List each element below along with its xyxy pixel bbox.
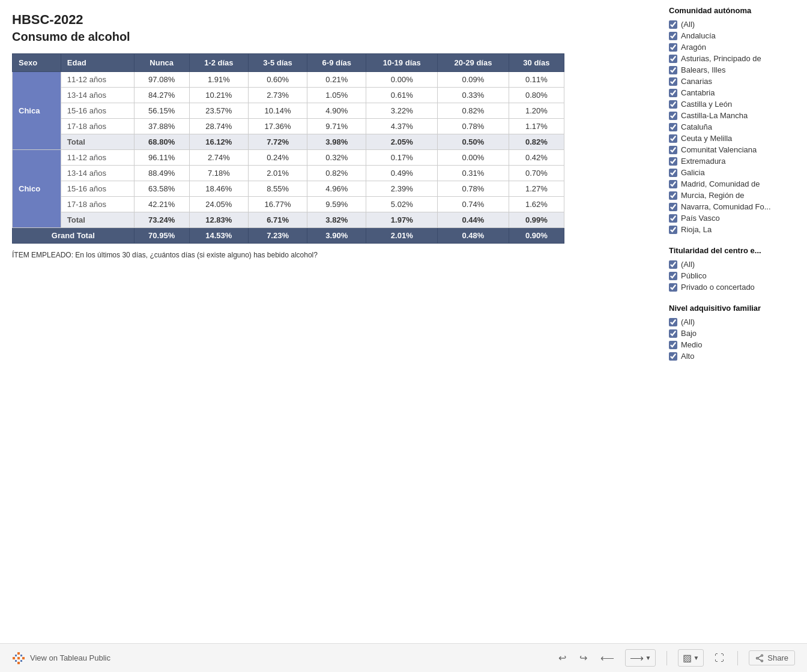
col-header-d12: 1-2 días	[189, 54, 248, 72]
data-cell-d35: 17.36%	[248, 119, 307, 134]
checkbox-input[interactable]	[669, 191, 677, 200]
checkbox-input[interactable]	[669, 260, 677, 269]
svg-rect-1	[17, 662, 20, 664]
checkbox-input[interactable]	[669, 318, 677, 326]
checkbox-item[interactable]: Castilla-La Mancha	[669, 111, 801, 120]
checkbox-input[interactable]	[669, 32, 677, 40]
checkbox-input[interactable]	[669, 214, 677, 223]
checkbox-item[interactable]: Balears, Illes	[669, 65, 801, 74]
total-cell-d2029: 0.44%	[438, 212, 509, 228]
total-label: Total	[61, 134, 134, 150]
checkbox-item[interactable]: Ceuta y Melilla	[669, 134, 801, 143]
checkbox-input[interactable]	[669, 283, 677, 292]
checkbox-input[interactable]	[669, 203, 677, 211]
data-cell-d1019: 3.22%	[366, 103, 438, 119]
checkbox-item[interactable]: Madrid, Comunidad de	[669, 179, 801, 188]
checkbox-item[interactable]: Comunitat Valenciana	[669, 145, 801, 154]
table-row: 17-18 años42.21%24.05%16.77%9.59%5.02%0.…	[13, 197, 564, 212]
checkbox-item[interactable]: Alto	[669, 352, 801, 361]
checkbox-input[interactable]	[669, 77, 677, 86]
checkbox-item[interactable]: Andalucía	[669, 31, 801, 40]
checkbox-label: Alto	[681, 352, 694, 361]
checkbox-item[interactable]: (All)	[669, 317, 801, 326]
checkbox-input[interactable]	[669, 66, 677, 74]
nivel-items-container: (All)BajoMedioAlto	[669, 317, 801, 361]
checkbox-item[interactable]: País Vasco	[669, 214, 801, 223]
checkbox-item[interactable]: Murcia, Región de	[669, 191, 801, 200]
checkbox-input[interactable]	[669, 112, 677, 120]
checkbox-label: Balears, Illes	[681, 65, 725, 74]
checkbox-input[interactable]	[669, 272, 677, 280]
svg-rect-4	[17, 657, 20, 659]
data-cell-d35: 16.77%	[248, 197, 307, 212]
checkbox-input[interactable]	[669, 157, 677, 166]
view-button[interactable]: ▨ ▼	[678, 649, 704, 667]
undo-button[interactable]: ↩	[556, 650, 569, 666]
checkbox-label: Cataluña	[681, 122, 712, 131]
checkbox-item[interactable]: Aragón	[669, 43, 801, 52]
toolbar-divider2	[737, 651, 738, 665]
grand-total-cell-d30: 0.90%	[509, 228, 564, 244]
checkbox-label: Público	[681, 271, 707, 280]
checkbox-label: Aragón	[681, 43, 706, 52]
checkbox-input[interactable]	[669, 123, 677, 131]
checkbox-input[interactable]	[669, 55, 677, 63]
tableau-icon	[12, 652, 25, 665]
checkbox-item[interactable]: Extremadura	[669, 157, 801, 166]
data-cell-d30: 1.17%	[509, 119, 564, 134]
data-cell-d69: 0.32%	[307, 150, 366, 166]
checkbox-input[interactable]	[669, 329, 677, 338]
checkbox-item[interactable]: Cataluña	[669, 122, 801, 131]
checkbox-item[interactable]: Cantabria	[669, 88, 801, 97]
checkbox-item[interactable]: Asturias, Principado de	[669, 54, 801, 63]
checkbox-item[interactable]: Navarra, Comunidad Fo...	[669, 202, 801, 211]
fullscreen-button[interactable]: ⛶	[712, 650, 727, 666]
checkbox-input[interactable]	[669, 226, 677, 234]
checkbox-label: Comunitat Valenciana	[681, 145, 757, 154]
data-cell-d35: 2.01%	[248, 166, 307, 181]
data-cell-d69: 0.82%	[307, 166, 366, 181]
checkbox-item[interactable]: Castilla y León	[669, 100, 801, 109]
checkbox-item[interactable]: Rioja, La	[669, 225, 801, 234]
checkbox-input[interactable]	[669, 20, 677, 29]
checkbox-input[interactable]	[669, 89, 677, 97]
nivel-title: Nivel adquisitivo familiar	[669, 304, 801, 313]
edad-cell: 17-18 años	[61, 119, 134, 134]
checkbox-input[interactable]	[669, 341, 677, 349]
edad-cell: 13-14 años	[61, 88, 134, 103]
checkbox-item[interactable]: Galicia	[669, 168, 801, 177]
svg-rect-3	[22, 657, 25, 659]
svg-point-11	[757, 657, 758, 659]
checkbox-item[interactable]: Bajo	[669, 329, 801, 338]
back-button[interactable]: ⟵	[598, 650, 617, 666]
checkbox-item[interactable]: (All)	[669, 260, 801, 269]
checkbox-input[interactable]	[669, 169, 677, 177]
col-header-edad: Edad	[61, 54, 134, 72]
redo-button[interactable]: ↪	[577, 650, 590, 666]
checkbox-input[interactable]	[669, 43, 677, 52]
checkbox-input[interactable]	[669, 100, 677, 109]
checkbox-label: Rioja, La	[681, 225, 712, 234]
checkbox-item[interactable]: (All)	[669, 20, 801, 29]
data-cell-nunca: 56.15%	[134, 103, 189, 119]
checkbox-item[interactable]: Público	[669, 271, 801, 280]
nivel-filter: Nivel adquisitivo familiar (All)BajoMedi…	[669, 304, 801, 361]
svg-rect-7	[15, 660, 17, 662]
checkbox-input[interactable]	[669, 146, 677, 154]
total-cell-nunca: 68.80%	[134, 134, 189, 150]
checkbox-input[interactable]	[669, 180, 677, 188]
share-button[interactable]: Share	[749, 650, 795, 665]
svg-rect-5	[15, 655, 17, 656]
checkbox-input[interactable]	[669, 134, 677, 143]
tableau-logo[interactable]: View on Tableau Public	[12, 652, 110, 665]
checkbox-label: Medio	[681, 340, 702, 349]
sidebar: Comunidad autónoma (All)AndalucíaAragónA…	[669, 6, 801, 373]
checkbox-item[interactable]: Privado o concertado	[669, 283, 801, 292]
total-cell-d12: 12.83%	[189, 212, 248, 228]
checkbox-input[interactable]	[669, 352, 677, 361]
checkbox-item[interactable]: Medio	[669, 340, 801, 349]
forward-button[interactable]: ⟶ ▼	[625, 649, 656, 667]
checkbox-item[interactable]: Canarias	[669, 77, 801, 86]
checkbox-label: Andalucía	[681, 31, 716, 40]
col-header-d69: 6-9 días	[307, 54, 366, 72]
